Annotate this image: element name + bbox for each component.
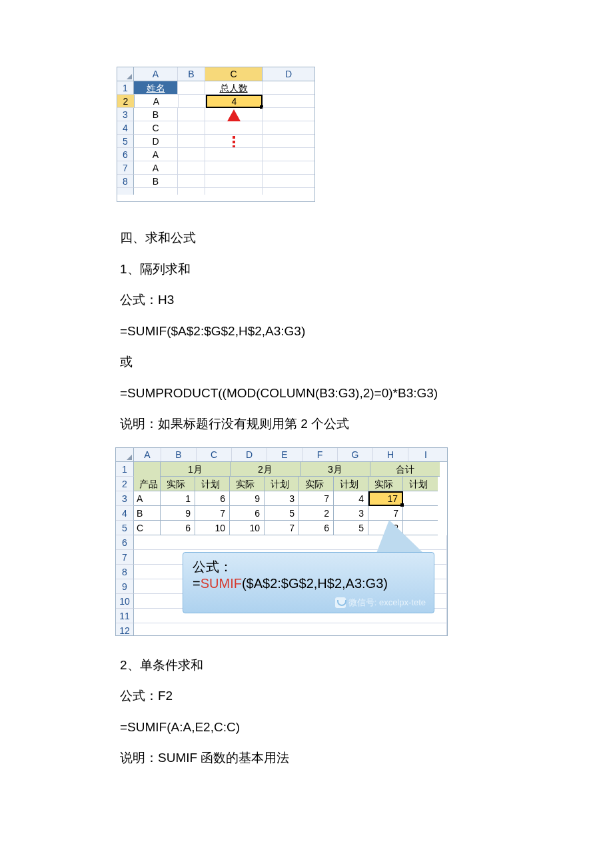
cell: 1 [161,491,195,506]
row-header: 7 [117,161,134,175]
cell: 2月 [231,462,301,477]
row-header: 8 [117,175,134,188]
callout-args: ($A$2:$G$2,H$2,A3:G3) [242,576,388,591]
col-header: A [134,448,161,461]
cell: 实际 [230,477,265,491]
select-all-corner [117,67,134,81]
cell-D1 [263,81,314,95]
callout-tail-icon [376,520,425,555]
cell: 5 [265,506,299,521]
cell: 计划 [265,477,299,491]
col-header-B: B [178,67,205,81]
cell: 4 [334,491,368,506]
formula-text: =SUMIF($A$2:$G$2,H$2,A3:G3) [120,322,613,341]
row-header: 3 [117,108,134,121]
cell: 6 [161,521,195,535]
excel-screenshot-1: A B C D 1 姓名 总人数 2 A 4 [117,67,315,202]
row-header: 7 [116,550,134,565]
row-header: 1 [117,81,134,95]
formula-callout: 公式： =SUMIF($A$2:$G$2,H$2,A3:G3) 微信号: exc… [183,552,434,613]
cell-A1: 姓名 [134,81,178,95]
col-header: B [161,448,197,461]
cell: 6 [299,521,334,535]
cell: 计划 [195,477,230,491]
cell-A2: A [135,95,179,108]
cell [403,491,438,506]
cell: 7 [195,506,230,521]
cell-C1: 总人数 [205,81,263,95]
cell: C [134,521,161,535]
cell-D4 [263,121,314,135]
col-header-C: C [205,67,263,81]
row-header: 2 [116,477,134,491]
col-header: D [232,448,267,461]
row-header: 4 [116,506,134,521]
cell-D3 [263,108,314,121]
cell: 实际 [368,477,403,491]
row-header: 5 [116,521,134,535]
cell: 7 [299,491,334,506]
excel-screenshot-2: A B C D E F G H I 1 1月 2月 3月 合计 2 [115,447,448,636]
col-header: F [303,448,338,461]
cell-B2 [179,95,206,108]
wechat-text: 微信号: excelpx-tete [348,597,426,609]
row-header: 6 [117,148,134,161]
body-text: 公式：H3 [120,291,613,310]
cell: 计划 [403,477,438,491]
cell: 3 [265,491,299,506]
cell [403,506,438,521]
cell-C3 [205,108,263,121]
cell-A8: B [134,175,178,188]
cell: 10 [195,521,230,535]
callout-label: 公式： [193,558,424,576]
row-header: 10 [116,594,134,609]
col-header: E [267,448,303,461]
cell: 10 [230,521,265,535]
row-header: 1 [116,462,134,477]
cell: 7 [265,521,299,535]
formula-text: =SUMPRODUCT((MOD(COLUMN(B3:G3),2)=0)*B3:… [120,384,613,403]
cell: A [134,491,161,506]
cell-B1 [178,81,205,95]
cell: 6 [195,491,230,506]
cell-H3-selected: 17 [368,491,403,506]
callout-fn: SUMIF [201,576,242,591]
cell: 实际 [299,477,334,491]
cell-D2 [263,95,314,108]
cell: 9 [230,491,265,506]
body-text: 说明：如果标题行没有规则用第 2 个公式 [120,415,613,434]
cell: 3 [334,506,368,521]
section-heading: 四、求和公式 [120,229,613,248]
cell-A6: A [134,148,178,161]
cell: 9 [161,506,195,521]
row-header: 11 [116,609,134,623]
row-header-partial [117,188,134,195]
col-header: H [373,448,408,461]
cell: 实际 [161,477,195,491]
cell: 合计 [370,462,440,477]
cell: 6 [230,506,265,521]
cell: B [134,506,161,521]
body-text: 或 [120,353,613,372]
cell-A7: A [134,161,178,175]
cell: 1月 [161,462,231,477]
cell-B3 [178,108,205,121]
select-all-corner [116,448,134,461]
cell: 产品 [134,477,161,491]
col-header: C [197,448,232,461]
col-header-D: D [263,67,314,81]
arrow-up-icon [227,109,241,121]
cell-C4 [205,121,263,135]
row-header: 9 [116,579,134,594]
item-heading: 2、单条件求和 [120,656,613,675]
col-header: I [408,448,443,461]
cell-A4: C [134,121,178,135]
body-text: 说明：SUMIF 函数的基本用法 [120,749,613,768]
cell [134,462,161,477]
row-header: 8 [116,565,134,579]
callout-formula: =SUMIF($A$2:$G$2,H$2,A3:G3) [193,576,424,591]
cell-A3: B [134,108,178,121]
cell: 计划 [334,477,368,491]
row-header: 5 [117,135,134,148]
wechat-icon [335,597,346,608]
